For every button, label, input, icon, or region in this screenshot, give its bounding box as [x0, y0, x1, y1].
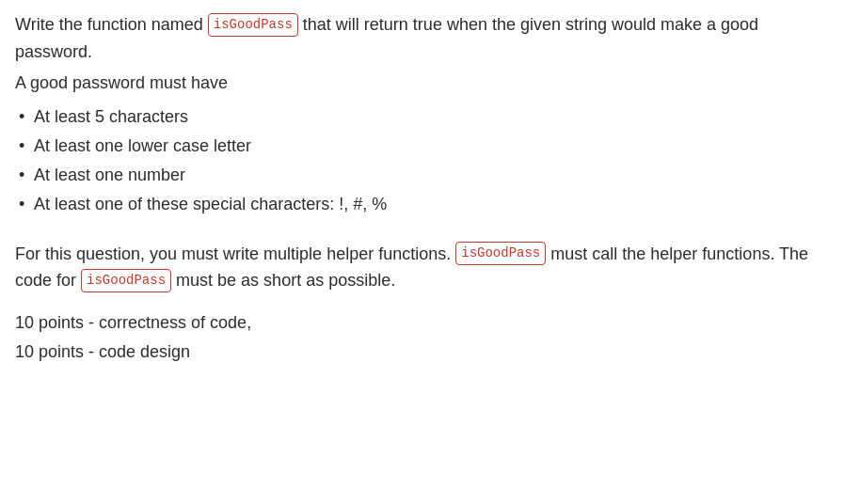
list-item: At least one of these special characters… [15, 191, 829, 218]
intro-text-part1: Write the function named [15, 15, 203, 34]
good-password-line: A good password must have [15, 70, 829, 97]
function-name-inline-2: isGoodPass [455, 242, 546, 265]
requirement-text: At least one lower case letter [34, 136, 251, 155]
list-item: At least one lower case letter [15, 133, 829, 160]
points-line-2: 10 points - code design [15, 339, 829, 366]
function-name-inline-1: isGoodPass [208, 13, 298, 37]
function-name-inline-3: isGoodPass [81, 269, 171, 292]
list-item: At least one number [15, 162, 829, 189]
helper-text-part1: For this question, you must write multip… [15, 244, 451, 263]
requirement-text: At least 5 characters [34, 107, 188, 126]
intro-paragraph: Write the function named isGoodPass that… [15, 11, 829, 66]
list-item: At least 5 characters [15, 103, 829, 131]
helper-paragraph: For this question, you must write multip… [15, 241, 829, 295]
points-section: 10 points - correctness of code, 10 poin… [15, 309, 829, 366]
requirements-list: At least 5 characters At least one lower… [15, 103, 829, 217]
helper-section: For this question, you must write multip… [15, 241, 829, 295]
requirement-text: At least one of these special characters… [34, 195, 387, 213]
helper-text-part3: must be as short as possible. [176, 271, 395, 290]
points-line-1: 10 points - correctness of code, [15, 309, 829, 337]
requirement-text: At least one number [34, 165, 185, 184]
content-wrapper: Write the function named isGoodPass that… [15, 11, 829, 366]
